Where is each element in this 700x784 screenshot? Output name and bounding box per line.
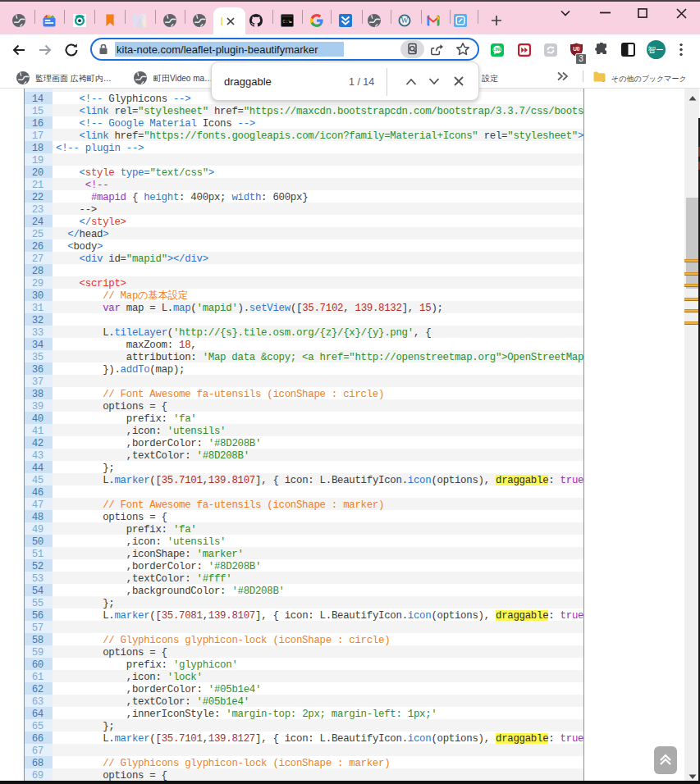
svg-text:U0: U0 <box>573 46 580 52</box>
svg-text:LINE: LINE <box>493 48 501 52</box>
svg-text:智ー: 智ー <box>647 45 663 54</box>
svg-text:W: W <box>401 16 409 25</box>
